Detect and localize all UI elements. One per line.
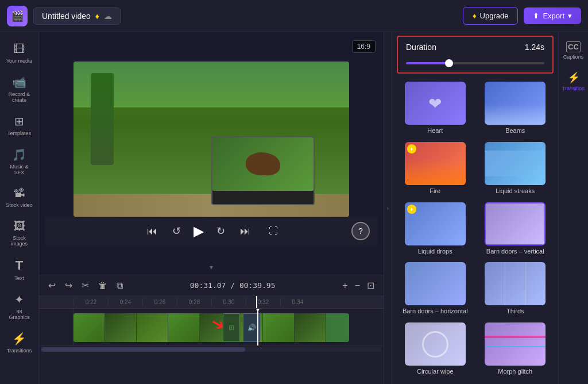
transition-item-liquid-streaks[interactable]: Liquid streaks bbox=[477, 142, 554, 199]
undo-button[interactable]: ↩ bbox=[46, 279, 58, 292]
right-icons-bar: CC Captions ⚡ Transition bbox=[558, 32, 588, 384]
laptop-overlay bbox=[211, 136, 315, 205]
clip-thumb-4 bbox=[168, 313, 200, 342]
collapse-chevron-icon: › bbox=[387, 205, 389, 212]
cloud-icon: ☁ bbox=[104, 11, 112, 21]
cut-button[interactable]: ✂ bbox=[79, 279, 91, 292]
right-transitions-panel: Duration 1.24s ❤ Heart Beams ♦ bbox=[392, 32, 558, 384]
track-content[interactable]: Horses eat gr bbox=[74, 309, 384, 345]
skip-forward-button[interactable]: ⏭ bbox=[238, 223, 253, 240]
forward-button[interactable]: ↻ bbox=[214, 222, 227, 240]
time-separator: / bbox=[230, 281, 239, 290]
sidebar-item-stock-video[interactable]: 📽 Stock video bbox=[2, 182, 37, 213]
clip-thumb-7 bbox=[263, 313, 295, 342]
current-time: 00:31.07 bbox=[190, 281, 226, 290]
text-icon: T bbox=[16, 258, 23, 273]
sidebar-label-graphics: 88 Graphics bbox=[6, 309, 33, 320]
skip-back-button[interactable]: ⏮ bbox=[145, 223, 160, 240]
aspect-ratio-badge[interactable]: 16:9 bbox=[352, 40, 376, 53]
transition-item-liquid-drops[interactable]: ♦ Liquid drops bbox=[397, 202, 474, 259]
zoom-controls: + − ⊡ bbox=[340, 279, 377, 292]
templates-icon: ⊞ bbox=[14, 114, 24, 128]
transition-thumb-liquid-streaks bbox=[485, 142, 546, 185]
transition-item-barn-horizontal[interactable]: Barn doors – horizontal bbox=[397, 262, 474, 319]
zoom-out-button[interactable]: − bbox=[353, 279, 362, 292]
premium-crown-fire: ♦ bbox=[407, 144, 416, 153]
right-icon-transition[interactable]: ⚡ Transition bbox=[560, 68, 587, 95]
transition-label: Transition bbox=[562, 86, 585, 91]
transition-label-fire: Fire bbox=[430, 187, 440, 194]
transition-item-heart[interactable]: ❤ Heart bbox=[397, 82, 474, 139]
track-label bbox=[39, 309, 74, 345]
sidebar-label-templates: Templates bbox=[7, 130, 31, 136]
duration-section: Duration 1.24s bbox=[397, 36, 554, 74]
transition-item-beams[interactable]: Beams bbox=[477, 82, 554, 139]
duplicate-button[interactable]: ⧉ bbox=[114, 279, 125, 292]
clip-thumb-3 bbox=[137, 313, 168, 342]
sidebar-label-stock-video: Stock video bbox=[6, 202, 33, 208]
delete-button[interactable]: 🗑 bbox=[96, 279, 110, 292]
topbar: 🎬 Untitled video ♦ ☁ ♦ Upgrade ⬆ Export … bbox=[0, 0, 588, 32]
export-button[interactable]: ⬆ Export ▾ bbox=[524, 7, 581, 24]
play-button[interactable]: ▶ bbox=[194, 223, 204, 239]
timeline-area: ↩ ↪ ✂ 🗑 ⧉ 00:31.07 / 00:39.95 + − ⊡ bbox=[39, 275, 384, 384]
upgrade-button[interactable]: ♦ Upgrade bbox=[463, 7, 519, 25]
video-frame bbox=[74, 62, 349, 217]
transition-thumb-beams bbox=[485, 82, 546, 125]
video-preview-area: 16:9 ⏮ ↺ ▶ ↻ ⏭ bbox=[39, 32, 384, 275]
sky-bg bbox=[74, 62, 349, 107]
sidebar-item-your-media[interactable]: 🎞 Your media bbox=[2, 38, 37, 68]
fullscreen-button[interactable]: ⛶ bbox=[269, 226, 278, 236]
upgrade-label: Upgrade bbox=[480, 11, 509, 20]
duration-label: Duration bbox=[406, 43, 436, 52]
sidebar-label-your-media: Your media bbox=[6, 58, 32, 64]
transition-item-circular-wipe[interactable]: Circular wipe bbox=[397, 322, 474, 379]
transition-label-thirds: Thirds bbox=[506, 308, 524, 314]
transition-item-barn-vertical[interactable]: Barn doors – vertical bbox=[477, 202, 554, 259]
total-time: 00:39.95 bbox=[239, 281, 276, 290]
sidebar-item-transitions[interactable]: ⚡ Transitions bbox=[2, 327, 37, 358]
redo-button[interactable]: ↪ bbox=[63, 279, 75, 292]
duration-value: 1.24s bbox=[525, 43, 544, 52]
transition-item-morph-glitch[interactable]: Morph glitch bbox=[477, 322, 554, 379]
transition-thumb-morph-glitch bbox=[485, 322, 546, 366]
sidebar-item-graphics[interactable]: ✦ 88 Graphics bbox=[2, 288, 37, 325]
transition-thumb-fire: ♦ bbox=[405, 142, 466, 185]
scrollbar-thumb[interactable] bbox=[41, 347, 245, 352]
rewind-button[interactable]: ↺ bbox=[170, 222, 183, 240]
laptop-screen bbox=[212, 137, 314, 191]
transition-label-circular-wipe: Circular wipe bbox=[417, 368, 454, 375]
transitions-sidebar-icon: ⚡ bbox=[12, 332, 26, 345]
sidebar-item-music-sfx[interactable]: 🎵 Music & SFX bbox=[2, 143, 37, 180]
playhead[interactable] bbox=[257, 309, 258, 345]
zoom-in-button[interactable]: + bbox=[340, 279, 350, 292]
record-icon: 📹 bbox=[12, 75, 26, 89]
sidebar-item-templates[interactable]: ⊞ Templates bbox=[2, 110, 37, 141]
timeline-scrollbar[interactable] bbox=[41, 347, 381, 352]
playback-controls: ⏮ ↺ ▶ ↻ ⏭ ⛶ ? bbox=[45, 217, 378, 245]
right-icon-captions[interactable]: CC Captions bbox=[560, 38, 587, 63]
project-title-button[interactable]: Untitled video ♦ ☁ bbox=[33, 7, 121, 25]
left-sidebar: 🎞 Your media 📹 Record & create ⊞ Templat… bbox=[0, 32, 39, 384]
transition-item-fire[interactable]: ♦ Fire bbox=[397, 142, 474, 199]
expand-chevron-icon[interactable]: ▾ bbox=[210, 263, 213, 271]
duration-row: Duration 1.24s bbox=[406, 43, 544, 52]
video-track: Horses eat gr bbox=[39, 309, 384, 346]
sidebar-item-text[interactable]: T Text bbox=[2, 254, 37, 286]
duration-slider[interactable] bbox=[406, 62, 544, 64]
help-button[interactable]: ? bbox=[351, 222, 370, 240]
crown-icon: ♦ bbox=[95, 11, 99, 21]
upload-icon: ⬆ bbox=[533, 11, 539, 20]
transition-item-thirds[interactable]: Thirds bbox=[477, 262, 554, 319]
diamond-icon: ♦ bbox=[473, 11, 477, 20]
app-logo: 🎬 bbox=[7, 6, 28, 26]
collapse-handle[interactable]: › bbox=[384, 32, 392, 384]
sidebar-item-stock-images[interactable]: 🖼 Stock images bbox=[2, 215, 37, 251]
transition-thumb-barn-vertical bbox=[485, 202, 546, 245]
sidebar-item-record-create[interactable]: 📹 Record & create bbox=[2, 71, 37, 107]
graphics-icon: ✦ bbox=[14, 293, 24, 306]
sidebar-label-record: Record & create bbox=[6, 91, 33, 103]
fit-button[interactable]: ⊡ bbox=[365, 279, 377, 292]
ruler-mark: 0:34 bbox=[280, 298, 315, 306]
transition-thumb-liquid-drops: ♦ bbox=[405, 202, 466, 245]
